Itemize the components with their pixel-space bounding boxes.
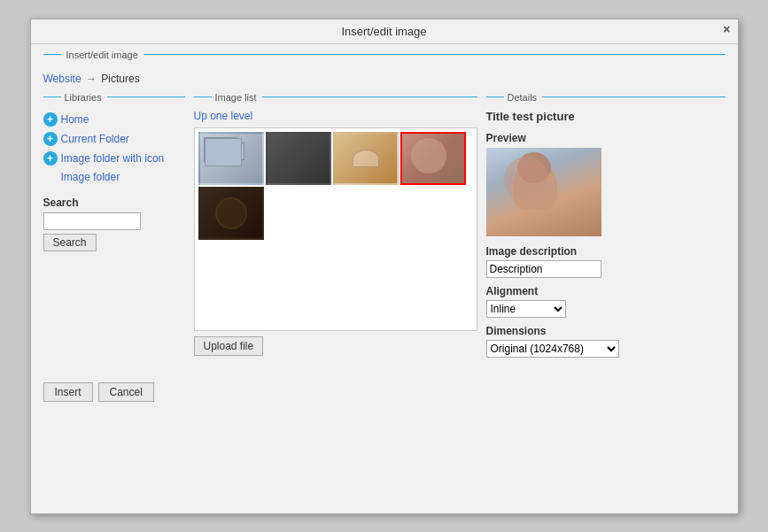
image-description-label: Image description xyxy=(486,245,725,258)
image-list-title: Image list xyxy=(215,92,262,103)
breadcrumb: Website → Pictures xyxy=(43,73,140,85)
library-current-folder[interactable]: Current Folder xyxy=(43,129,185,149)
libraries-line-left xyxy=(43,96,61,97)
image-list-panel: Image list Up one level xyxy=(194,92,477,365)
preview-image xyxy=(486,148,601,236)
details-header: Details xyxy=(486,92,725,103)
preview-image-container xyxy=(486,148,601,236)
library-image-folder-icon[interactable]: Image folder with icon xyxy=(43,149,185,168)
header-line-right xyxy=(144,54,725,55)
alignment-label: Alignment xyxy=(486,285,725,297)
search-input[interactable] xyxy=(43,212,141,230)
image-thumb-1[interactable] xyxy=(198,132,264,185)
section-header: Insert/edit image xyxy=(43,50,725,60)
insert-button[interactable]: Insert xyxy=(43,382,93,402)
image-folder-icon xyxy=(43,151,58,166)
image-thumb-2[interactable] xyxy=(266,132,331,185)
alignment-select[interactable]: Inline Left Right Center xyxy=(486,300,566,318)
image-thumb-4[interactable] xyxy=(400,132,466,185)
breadcrumb-area: Website → Pictures xyxy=(31,69,738,92)
dialog-titlebar: Insert/edit image × xyxy=(31,19,738,44)
details-title-label: Details xyxy=(508,92,543,103)
libraries-panel: Libraries Home Current Folder Image fold… xyxy=(43,92,185,365)
image-grid xyxy=(195,128,477,243)
image-title: Title test picture xyxy=(486,110,725,123)
details-line-right xyxy=(542,96,725,97)
libraries-line-right xyxy=(107,96,185,97)
header-line-left xyxy=(43,54,61,55)
search-button[interactable]: Search xyxy=(43,234,97,251)
image-thumb-5[interactable] xyxy=(198,187,264,240)
dialog-footer: Insert Cancel xyxy=(31,374,738,411)
details-panel: Details Title test picture Preview Image… xyxy=(486,92,725,365)
image-description-input[interactable] xyxy=(486,260,601,278)
breadcrumb-website-link[interactable]: Website xyxy=(43,73,81,85)
image-thumb-3[interactable] xyxy=(333,132,399,185)
section-header-label: Insert/edit image xyxy=(61,50,144,60)
upload-file-button[interactable]: Upload file xyxy=(194,336,264,356)
image-folder-label: Image folder xyxy=(61,171,120,183)
close-button[interactable]: × xyxy=(723,23,730,35)
preview-label: Preview xyxy=(486,132,725,144)
cancel-button[interactable]: Cancel xyxy=(98,382,154,402)
image-list-line-right xyxy=(262,96,477,97)
details-line-left xyxy=(486,96,504,97)
insert-edit-image-dialog: Insert/edit image × Insert/edit image We… xyxy=(30,19,739,514)
search-label: Search xyxy=(43,197,185,209)
home-icon xyxy=(43,112,58,127)
dialog-title: Insert/edit image xyxy=(341,25,426,38)
library-image-folder[interactable]: Image folder xyxy=(43,168,185,186)
section-header-area: Insert/edit image xyxy=(31,44,738,69)
search-section: Search Search xyxy=(43,197,185,251)
main-content: Libraries Home Current Folder Image fold… xyxy=(31,92,738,374)
dimensions-label: Dimensions xyxy=(486,325,725,337)
image-list-line-left xyxy=(194,96,212,97)
home-label: Home xyxy=(61,113,89,126)
current-folder-icon xyxy=(43,132,58,146)
current-folder-label: Current Folder xyxy=(61,133,129,145)
dimensions-select[interactable]: Original (1024x768) 800x600 640x480 320x… xyxy=(486,340,619,358)
libraries-title: Libraries xyxy=(65,92,107,103)
breadcrumb-current: Pictures xyxy=(101,73,139,85)
libraries-header: Libraries xyxy=(43,92,185,103)
library-home[interactable]: Home xyxy=(43,110,185,129)
breadcrumb-separator: → xyxy=(86,73,97,85)
image-folder-icon-label: Image folder with icon xyxy=(61,152,165,165)
up-one-level-link[interactable]: Up one level xyxy=(194,110,477,122)
image-list-header: Image list xyxy=(194,92,477,103)
image-grid-container xyxy=(194,127,477,331)
